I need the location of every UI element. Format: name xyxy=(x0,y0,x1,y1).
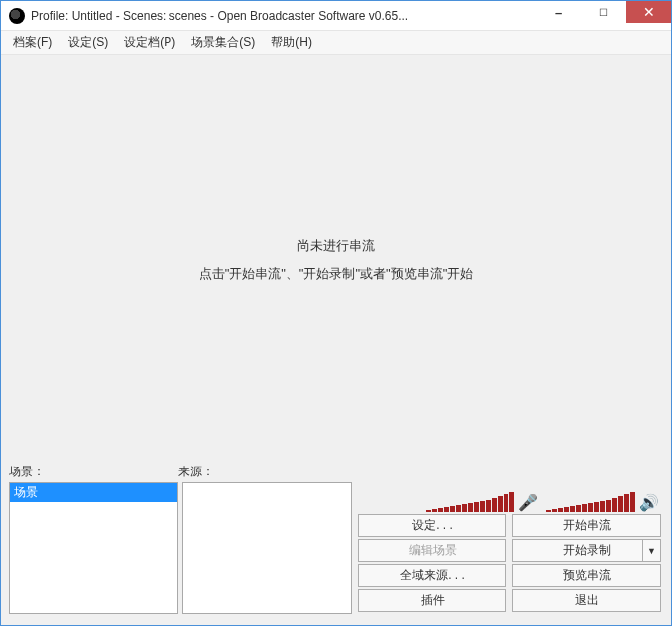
sources-label: 来源： xyxy=(178,464,348,480)
start-recording-button[interactable]: 开始录制 ▼ xyxy=(512,539,661,562)
menu-settings[interactable]: 设定(S) xyxy=(60,32,116,53)
preview-stream-button[interactable]: 预览串流 xyxy=(512,564,661,587)
plugins-button[interactable]: 插件 xyxy=(358,589,506,612)
maximize-button[interactable]: ☐ xyxy=(581,1,626,23)
audio-meters: 🎤 🔊 xyxy=(356,482,663,512)
window-buttons: – ☐ ✕ xyxy=(536,1,671,30)
menu-scene-collections[interactable]: 场景集合(S) xyxy=(183,32,263,53)
global-sources-button[interactable]: 全域来源. . . xyxy=(358,564,506,587)
menubar: 档案(F) 设定(S) 设定档(P) 场景集合(S) 帮助(H) xyxy=(1,31,671,55)
panels: 场景 🎤 xyxy=(3,480,669,623)
app-icon xyxy=(9,8,25,24)
panel-labels: 场景： 来源： xyxy=(3,464,669,480)
controls-panel: 🎤 🔊 设定. . . 开始串流 xyxy=(356,482,663,617)
menu-file[interactable]: 档案(F) xyxy=(5,32,60,53)
window-title: Profile: Untitled - Scenes: scenes - Ope… xyxy=(31,9,536,23)
button-grid: 设定. . . 开始串流 编辑场景 开始录制 ▼ 全域来源. . . xyxy=(356,514,663,617)
sources-listbox[interactable] xyxy=(182,482,352,614)
exit-button[interactable]: 退出 xyxy=(512,589,661,612)
menu-help[interactable]: 帮助(H) xyxy=(263,32,320,53)
preview-line2: 点击"开始串流"、"开始录制"或者"预览串流"开始 xyxy=(199,265,474,283)
edit-scene-button[interactable]: 编辑场景 xyxy=(358,539,506,562)
preview-area: 尚未进行串流 点击"开始串流"、"开始录制"或者"预览串流"开始 xyxy=(3,57,669,464)
settings-button[interactable]: 设定. . . xyxy=(358,514,506,537)
speaker-meter[interactable]: 🔊 xyxy=(546,484,659,512)
titlebar[interactable]: Profile: Untitled - Scenes: scenes - Ope… xyxy=(1,1,671,31)
speaker-icon[interactable]: 🔊 xyxy=(639,495,659,511)
bottom-panel: 场景： 来源： 场景 🎤 xyxy=(3,464,669,623)
menu-profiles[interactable]: 设定档(P) xyxy=(116,32,183,53)
chevron-down-icon[interactable]: ▼ xyxy=(642,540,660,561)
window: Profile: Untitled - Scenes: scenes - Ope… xyxy=(0,0,672,626)
mic-meter[interactable]: 🎤 xyxy=(426,484,538,512)
minimize-button[interactable]: – xyxy=(536,1,581,23)
scenes-listbox[interactable]: 场景 xyxy=(9,482,178,614)
list-item[interactable]: 场景 xyxy=(10,483,177,502)
close-button[interactable]: ✕ xyxy=(626,1,671,23)
preview-line1: 尚未进行串流 xyxy=(297,237,375,255)
client-area: 尚未进行串流 点击"开始串流"、"开始录制"或者"预览串流"开始 场景： 来源：… xyxy=(1,55,671,625)
start-streaming-button[interactable]: 开始串流 xyxy=(512,514,661,537)
start-recording-label: 开始录制 xyxy=(563,542,611,559)
scenes-label: 场景： xyxy=(9,464,178,480)
mic-icon[interactable]: 🎤 xyxy=(518,495,538,511)
